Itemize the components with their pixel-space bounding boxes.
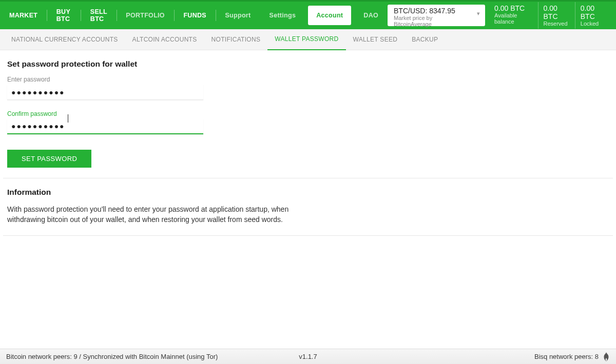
status-right: Bisq network peers: 8 xyxy=(534,353,599,360)
chevron-down-icon: ▾ xyxy=(477,10,480,17)
page-title: Set password protection for wallet xyxy=(7,59,609,69)
confirm-password-field-wrap: Confirm password xyxy=(7,110,203,134)
enter-password-label: Enter password xyxy=(7,76,203,83)
balance-available-amount: 0.00 BTC xyxy=(494,4,533,12)
nav-account[interactable]: Account xyxy=(308,6,351,25)
topbar: MARKET BUY BTC SELL BTC PORTFOLIO FUNDS … xyxy=(0,0,616,29)
balance-reserved-label: Reserved xyxy=(544,21,570,27)
subnav-wallet-seed[interactable]: WALLET SEED xyxy=(346,29,405,50)
nav-sell-btc[interactable]: SELL BTC xyxy=(81,8,117,23)
confirm-password-label: Confirm password xyxy=(7,110,203,117)
enter-password-input[interactable] xyxy=(7,85,203,100)
balances: 0.00 BTC Available balance 0.00 BTC Rese… xyxy=(489,2,612,29)
subnav-backup[interactable]: BACKUP xyxy=(405,29,445,50)
nav-funds[interactable]: FUNDS xyxy=(174,8,216,23)
subnav-notifications[interactable]: NOTIFICATIONS xyxy=(204,29,268,50)
balance-reserved-amount: 0.00 BTC xyxy=(544,4,570,21)
subnav-altcoin-accounts[interactable]: ALTCOIN ACCOUNTS xyxy=(125,29,204,50)
subnav-wallet-password[interactable]: WALLET PASSWORD xyxy=(267,29,345,50)
balance-reserved: 0.00 BTC Reserved xyxy=(538,2,575,29)
text-cursor xyxy=(68,114,68,123)
nav-buy-btc[interactable]: BUY BTC xyxy=(47,8,81,23)
confirm-password-input[interactable] xyxy=(7,119,203,134)
balance-available: 0.00 BTC Available balance xyxy=(489,2,538,29)
subnav: NATIONAL CURRENCY ACCOUNTS ALTCOIN ACCOU… xyxy=(0,29,616,50)
statusbar: Bitcoin network peers: 9 / Synchronized … xyxy=(0,349,616,364)
status-version: v1.1.7 xyxy=(299,353,317,360)
bisq-flame-icon xyxy=(603,352,610,361)
price-line2: Market price by BitcoinAverage xyxy=(394,15,470,27)
information-title: Information xyxy=(7,188,609,197)
enter-password-field-wrap: Enter password xyxy=(7,76,203,100)
price-line1: BTC/USD: 8347.95 xyxy=(394,7,470,15)
information-text: With password protection you'll need to … xyxy=(7,204,315,225)
content: Set password protection for wallet Enter… xyxy=(0,50,616,236)
section-divider xyxy=(3,235,613,236)
balance-locked-amount: 0.00 BTC xyxy=(581,4,607,21)
balance-available-label: Available balance xyxy=(494,12,533,25)
balance-locked: 0.00 BTC Locked xyxy=(575,2,612,29)
set-password-button[interactable]: SET PASSWORD xyxy=(7,150,91,168)
nav-market[interactable]: MARKET xyxy=(0,8,47,23)
balance-locked-label: Locked xyxy=(581,21,607,27)
status-left: Bitcoin network peers: 9 / Synchronized … xyxy=(6,353,218,360)
status-right-wrap: Bisq network peers: 8 xyxy=(534,352,610,361)
nav-left: MARKET BUY BTC SELL BTC PORTFOLIO FUNDS … xyxy=(0,2,388,29)
nav-portfolio[interactable]: PORTFOLIO xyxy=(117,8,174,23)
nav-dao[interactable]: DAO xyxy=(354,8,388,23)
nav-support[interactable]: Support xyxy=(216,8,260,23)
section-divider xyxy=(3,178,613,178)
price-dropdown[interactable]: BTC/USD: 8347.95 Market price by Bitcoin… xyxy=(388,5,485,26)
nav-settings[interactable]: Settings xyxy=(260,8,305,23)
subnav-national-currency-accounts[interactable]: NATIONAL CURRENCY ACCOUNTS xyxy=(4,29,125,50)
